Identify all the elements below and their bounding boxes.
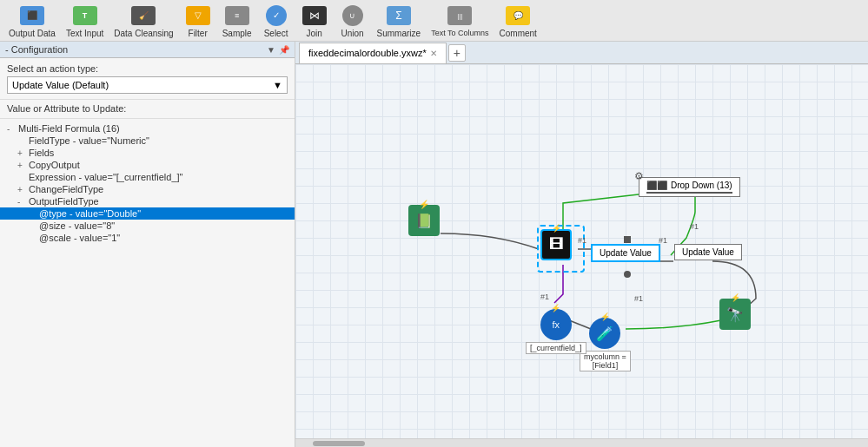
tree-item-outputfieldtype[interactable]: - OutputFieldType xyxy=(0,195,295,207)
summarize-icon: Σ xyxy=(387,3,411,28)
workflow-canvas[interactable]: 📗 ⚡ 🎞 ⚡ Update Value Update Value xyxy=(295,64,868,438)
tree-section: - Multi-Field Formula (16) FieldType - v… xyxy=(0,119,295,447)
tree-item-expression[interactable]: Expression - value="[_currentfield_]" xyxy=(0,171,295,183)
flask-label: mycolumn = [Field1] xyxy=(580,351,631,371)
tree-expand-icon: - xyxy=(7,124,16,134)
port-label-flask-bin: #1 xyxy=(634,294,643,303)
action-type-select[interactable]: Update Value (Default) ▼ xyxy=(7,76,288,94)
panel-title: - Configuration xyxy=(5,44,68,55)
active-tab[interactable]: fixeddecimalordouble.yxwz* ✕ xyxy=(299,43,447,63)
toolbar-comment-label: Comment xyxy=(500,29,537,38)
flask-icon: 🧪 ⚡ xyxy=(589,318,620,349)
select-icon: ✓ xyxy=(264,3,288,28)
toolbar-sample-label: Sample xyxy=(222,29,252,38)
tab-label: fixeddecimalordouble.yxwz* xyxy=(308,48,427,58)
update-value-selected-node[interactable]: Update Value xyxy=(591,244,660,262)
formula-node[interactable]: fx ⚡ [_currentfield_] xyxy=(526,309,586,354)
port-label-film-formula: #1 xyxy=(540,293,549,301)
panel-collapse-btn[interactable]: ▼ xyxy=(267,45,275,55)
tree-item-label: OutputFieldType xyxy=(29,196,99,207)
join-icon: ⋈ xyxy=(302,3,327,28)
toolbar-union[interactable]: ∪ Union xyxy=(334,2,372,40)
update-value-node[interactable]: Update Value xyxy=(674,244,742,260)
dropdown-gear-icon: ⚙ xyxy=(634,170,644,182)
formula-icon: fx ⚡ xyxy=(540,309,572,340)
text-to-columns-icon: ||| xyxy=(447,3,472,28)
formula-label: [_currentfield_] xyxy=(526,342,586,354)
binoculars-badge: ⚡ xyxy=(731,293,740,302)
port-label-drop-1: #1 xyxy=(690,222,699,231)
dropdown-content: ⬛⬛ Drop Down (13) xyxy=(646,181,732,190)
tree-expand-icon: - xyxy=(17,197,26,207)
toolbar-comment[interactable]: 💬 Comment xyxy=(494,2,542,40)
tree-item-changefieldtype[interactable]: + ChangeFieldType xyxy=(0,183,295,195)
panel-header-actions: ▼ 📌 xyxy=(267,45,289,55)
toolbar-text-input[interactable]: T Text Input xyxy=(61,2,109,40)
book-badge: ⚡ xyxy=(419,200,429,209)
tree-item-scale-attr[interactable]: @scale - value="1" xyxy=(0,232,295,244)
sample-icon: ≡ xyxy=(225,3,249,28)
action-type-section: Select an action type: Update Value (Def… xyxy=(0,58,295,100)
toolbar-join[interactable]: ⋈ Join xyxy=(295,2,334,40)
tab-close-btn[interactable]: ✕ xyxy=(430,49,437,58)
toolbar-output-data[interactable]: ⬛ Output Data xyxy=(3,2,61,40)
tree-item-multi-field-formula[interactable]: - Multi-Field Formula (16) xyxy=(0,122,295,135)
toolbar-filter[interactable]: ▽ Filter xyxy=(179,2,217,40)
action-type-chevron: ▼ xyxy=(273,80,282,90)
toolbar-join-label: Join xyxy=(306,29,321,38)
main-layout: - Configuration ▼ 📌 Select an action typ… xyxy=(0,42,868,447)
film-symbol: 🎞 xyxy=(549,237,563,253)
toolbar-select[interactable]: ✓ Select xyxy=(257,2,295,40)
toolbar-select-label: Select xyxy=(264,29,288,38)
tree-item-label: @scale - value="1" xyxy=(39,233,120,243)
tree-item-label: FieldType - value="Numeric" xyxy=(29,135,149,146)
toolbar-summarize[interactable]: Σ Summarize xyxy=(372,2,427,40)
canvas-scrollbar[interactable] xyxy=(295,438,868,447)
toolbar: ⬛ Output Data T Text Input 🧹 Data Cleans… xyxy=(0,0,868,42)
toolbar-output-data-label: Output Data xyxy=(9,29,56,38)
toolbar-text-input-label: Text Input xyxy=(66,29,103,38)
attribute-label-section: Value or Attribute to Update: xyxy=(0,100,295,119)
tree-expand-icon: + xyxy=(17,161,26,170)
toolbar-data-cleansing-label: Data Cleansing xyxy=(114,29,173,38)
film-icon: 🎞 ⚡ xyxy=(540,229,572,260)
toolbar-sample[interactable]: ≡ Sample xyxy=(217,2,257,40)
tree-item-label: ChangeFieldType xyxy=(29,184,103,194)
tab-add-btn[interactable]: + xyxy=(448,44,466,62)
tree-item-fieldtype[interactable]: FieldType - value="Numeric" xyxy=(0,135,295,147)
formula-badge: ⚡ xyxy=(551,304,560,312)
tree-item-label: Multi-Field Formula (16) xyxy=(18,123,120,134)
film-node[interactable]: 🎞 ⚡ xyxy=(540,229,572,260)
panel-header: - Configuration ▼ 📌 xyxy=(0,42,295,58)
tree-item-type-attr[interactable]: @type - value="Double" xyxy=(0,207,295,220)
tree-item-label: @size - value="8" xyxy=(39,220,115,231)
tree-expand-icon: + xyxy=(17,185,26,194)
output-data-icon: ⬛ xyxy=(20,3,44,28)
dropdown-bar xyxy=(646,192,732,194)
binoculars-node[interactable]: 🔭 ⚡ xyxy=(719,299,751,330)
panel-pin-btn[interactable]: 📌 xyxy=(279,45,289,55)
tree-expand-icon: + xyxy=(17,148,26,158)
dropdown-node[interactable]: ⬛⬛ Drop Down (13) xyxy=(639,177,740,197)
union-icon: ∪ xyxy=(341,3,365,28)
canvas-area: fixeddecimalordouble.yxwz* ✕ + xyxy=(295,42,868,447)
left-panel: - Configuration ▼ 📌 Select an action typ… xyxy=(0,42,295,447)
toolbar-text-to-columns[interactable]: ||| Text To Columns xyxy=(426,2,494,40)
tree-item-label: Expression - value="[_currentfield_]" xyxy=(29,172,182,182)
text-input-icon: T xyxy=(73,3,97,28)
port-label-film-1: #1 xyxy=(578,236,586,245)
flask-badge: ⚡ xyxy=(600,312,610,321)
tab-bar: fixeddecimalordouble.yxwz* ✕ + xyxy=(295,42,868,64)
scroll-thumb[interactable] xyxy=(313,441,365,446)
tree-item-label: @type - value="Double" xyxy=(39,208,141,219)
toolbar-union-label: Union xyxy=(341,29,363,38)
book-node[interactable]: 📗 ⚡ xyxy=(408,205,440,236)
tree-item-size-attr[interactable]: @size - value="8" xyxy=(0,220,295,232)
tree-item-label: Fields xyxy=(29,148,54,158)
tree-item-copyoutput[interactable]: + CopyOutput xyxy=(0,159,295,171)
toolbar-data-cleansing[interactable]: 🧹 Data Cleansing xyxy=(109,2,178,40)
toolbar-text-to-columns-label: Text To Columns xyxy=(431,29,488,37)
flask-node[interactable]: 🧪 ⚡ mycolumn = [Field1] xyxy=(580,318,631,371)
conn-dot-1 xyxy=(624,236,631,243)
tree-item-fields[interactable]: + Fields xyxy=(0,147,295,159)
